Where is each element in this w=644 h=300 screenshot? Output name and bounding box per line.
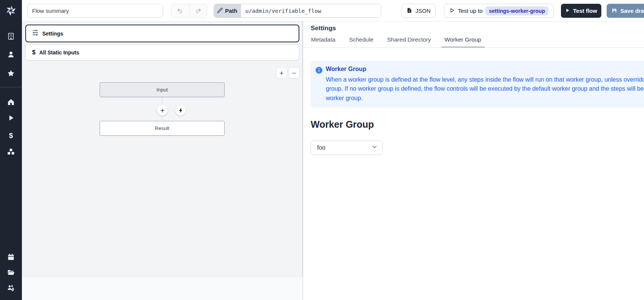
json-button[interactable]: JSON xyxy=(402,4,436,18)
app-root: $ Pa xyxy=(0,0,644,300)
save-draft-label: Save draft xyxy=(620,8,644,14)
result-node[interactable]: Result xyxy=(100,121,225,136)
all-static-inputs-node[interactable]: $ All Static Inputs xyxy=(25,45,299,60)
worker-group-heading: Worker Group xyxy=(311,119,374,130)
test-up-to-button[interactable]: Test up to settings-worker-group xyxy=(444,4,554,18)
settings-panel: Settings Metadata Schedule Shared Direct… xyxy=(303,22,644,300)
save-floppy-icon xyxy=(612,8,617,14)
worker-group-select[interactable]: foo xyxy=(311,141,383,155)
pencil-icon xyxy=(217,8,223,14)
canvas-bottom-strip xyxy=(22,276,303,300)
test-flow-button[interactable]: Test flow xyxy=(561,4,601,18)
settings-panel-title: Settings xyxy=(311,25,336,32)
zoom-in-button[interactable]: + xyxy=(276,67,287,79)
save-draft-button[interactable]: Save draft xyxy=(607,4,644,18)
path-label: Path xyxy=(225,8,237,14)
play-outline-icon xyxy=(449,8,455,14)
topbar: Path u/admin/verifiable_flow JSON Test u… xyxy=(22,0,644,22)
resources-boxes-icon[interactable] xyxy=(6,147,15,156)
history-group xyxy=(171,4,207,18)
redo-button[interactable] xyxy=(189,4,207,17)
worker-group-select-value: foo xyxy=(317,144,325,151)
tabs-bottom-border xyxy=(303,47,644,48)
test-up-to-label: Test up to xyxy=(458,8,482,14)
worker-group-info-box: Worker Group When a worker group is defi… xyxy=(311,61,644,108)
info-box-title: Worker Group xyxy=(326,66,644,73)
info-box-body: When a worker group is defined at the fl… xyxy=(326,75,644,103)
flow-settings-node[interactable]: Settings xyxy=(25,25,299,42)
flow-settings-label: Settings xyxy=(42,31,63,37)
sidebar: $ xyxy=(0,0,22,300)
sidebar-divider xyxy=(0,87,22,87)
runs-play-icon[interactable] xyxy=(6,113,15,122)
workers-group-icon[interactable] xyxy=(6,283,15,292)
settings-tabs: Metadata Schedule Shared Directory Worke… xyxy=(308,34,485,48)
tab-metadata[interactable]: Metadata xyxy=(308,34,339,48)
undo-button[interactable] xyxy=(171,4,189,17)
user-icon[interactable] xyxy=(6,50,15,59)
flow-editor-panel: Settings $ All Static Inputs + − Input R… xyxy=(22,22,303,300)
test-flow-label: Test flow xyxy=(573,8,597,14)
info-icon xyxy=(315,66,323,74)
test-up-to-target-badge: settings-worker-group xyxy=(485,6,548,15)
zoom-out-button[interactable]: − xyxy=(288,67,300,79)
chevron-down-icon xyxy=(371,144,378,152)
tab-shared-directory[interactable]: Shared Directory xyxy=(384,34,434,48)
json-label: JSON xyxy=(415,8,430,14)
play-filled-icon xyxy=(565,8,570,14)
tab-worker-group[interactable]: Worker Group xyxy=(441,34,485,48)
add-step-button[interactable] xyxy=(157,105,168,116)
path-value[interactable]: u/admin/verifiable_flow xyxy=(240,4,381,17)
all-static-inputs-label: All Static Inputs xyxy=(39,49,79,56)
folders-icon[interactable] xyxy=(6,268,15,277)
sliders-icon xyxy=(32,29,39,37)
input-node[interactable]: Input xyxy=(100,82,225,97)
file-json-icon xyxy=(407,8,412,14)
path-group: Path u/admin/verifiable_flow xyxy=(214,4,381,18)
flow-summary-input[interactable] xyxy=(27,4,163,18)
variables-dollar-icon[interactable]: $ xyxy=(6,131,15,140)
favorites-star-icon[interactable] xyxy=(6,69,15,78)
schedules-calendar-icon[interactable] xyxy=(6,252,15,261)
windmill-logo[interactable] xyxy=(5,5,17,16)
trigger-bolt-button[interactable] xyxy=(175,105,186,116)
dollar-icon: $ xyxy=(32,49,35,56)
edit-path-button[interactable]: Path xyxy=(214,4,240,17)
home-icon[interactable] xyxy=(6,97,15,107)
workspace-building-icon[interactable] xyxy=(6,32,15,41)
tab-schedule[interactable]: Schedule xyxy=(346,34,377,48)
